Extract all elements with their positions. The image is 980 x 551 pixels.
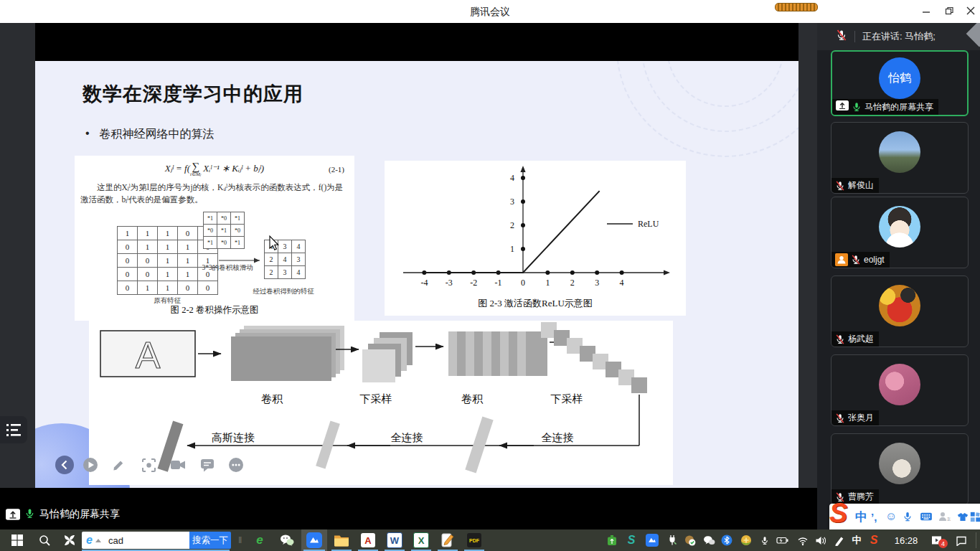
- participant-tile[interactable]: 杨武超: [831, 276, 969, 347]
- relu-chart: -4-3-2-1012341234 ReLU: [385, 161, 686, 294]
- tray-wifi[interactable]: [795, 529, 811, 551]
- figure-2-3-caption: 图 2-3 激活函数ReLU示意图: [385, 297, 686, 310]
- chat-button[interactable]: [199, 457, 215, 473]
- matrix-cell: 1: [178, 268, 198, 281]
- fc-label-2: 全连接: [391, 432, 423, 443]
- matrix-cell: 1: [138, 240, 158, 254]
- annotate-button[interactable]: [111, 457, 127, 473]
- punctuation-toggle[interactable]: ’,: [871, 509, 877, 524]
- matrix-cell: 1: [158, 227, 178, 240]
- taskbar-search-button[interactable]: [32, 529, 57, 551]
- teal-s-icon: S: [628, 534, 636, 547]
- participant-tile[interactable]: eoljgt: [831, 197, 969, 268]
- participant-tile[interactable]: 张奥月: [831, 354, 969, 426]
- taskbar-search-input[interactable]: e cad: [82, 532, 189, 549]
- action-center-button[interactable]: [951, 529, 971, 551]
- green-e-icon: e: [256, 533, 263, 547]
- word-button[interactable]: W: [382, 529, 407, 551]
- tray-meeting[interactable]: [643, 529, 661, 551]
- matrix-cell: 4: [278, 253, 292, 266]
- tray-power[interactable]: [773, 529, 792, 551]
- document-pencil-icon: [440, 533, 455, 547]
- minimize-button[interactable]: [915, 0, 937, 22]
- tray-usb-eject[interactable]: [664, 529, 680, 551]
- tencent-meeting-icon: [306, 532, 322, 548]
- start-button[interactable]: [4, 529, 30, 551]
- stage-label-conv1: 卷积: [261, 393, 283, 405]
- matrix-cell: 0: [118, 281, 138, 295]
- skin-button[interactable]: [957, 509, 969, 524]
- participant-tile[interactable]: 解俊山: [831, 122, 969, 194]
- collapse-toolbar-button[interactable]: [55, 456, 74, 474]
- excel-button[interactable]: X: [408, 529, 434, 551]
- pdf-icon: PDF: [467, 533, 481, 547]
- green-browser-button[interactable]: e: [247, 529, 273, 551]
- language-indicator[interactable]: 中: [848, 529, 865, 551]
- tray-s-app[interactable]: S: [623, 529, 640, 551]
- show-desktop-divider[interactable]: [976, 532, 976, 548]
- wechat-button[interactable]: [274, 529, 300, 551]
- participant-name: eoljgt: [864, 255, 885, 265]
- usb-plug-icon: [667, 534, 677, 546]
- tick-label: 4: [620, 278, 624, 288]
- mic-muted-icon: [836, 29, 847, 44]
- camera-button[interactable]: [170, 457, 186, 473]
- tray-volume[interactable]: [812, 529, 829, 551]
- input-mode-toggle[interactable]: 中: [855, 509, 867, 524]
- more-button[interactable]: [228, 457, 244, 473]
- pdf-reader-button[interactable]: PDF: [461, 529, 487, 551]
- search-icon: [39, 534, 51, 547]
- tray-usb-app[interactable]: [604, 529, 620, 551]
- pinwheel-app-button[interactable]: [57, 529, 82, 551]
- member-list-tab[interactable]: [0, 416, 27, 443]
- participant-tile[interactable]: 曹腾芳: [831, 433, 969, 505]
- share-banner: 马怡鹤的屏幕共享: [6, 508, 120, 521]
- acrobat-button[interactable]: A: [355, 529, 381, 551]
- capture-button[interactable]: [141, 457, 156, 473]
- grid-icon: [970, 512, 980, 522]
- tick-label: 2: [570, 278, 575, 288]
- toolbox-button[interactable]: [970, 509, 980, 524]
- titlebar: 腾讯会议: [0, 0, 980, 23]
- slide-title: 数学在深度学习中的应用: [83, 81, 303, 107]
- minimize-icon: [922, 6, 930, 15]
- sogou-s-icon: S: [870, 534, 878, 547]
- login-status-button[interactable]: 32: [938, 509, 951, 524]
- close-button[interactable]: [960, 0, 980, 22]
- chevron-left-icon: [55, 456, 74, 474]
- soft-keyboard-button[interactable]: [920, 509, 933, 524]
- web-search-button[interactable]: 搜索一下: [189, 532, 231, 549]
- matrix-cell: 1: [178, 254, 198, 268]
- tray-security[interactable]: [738, 529, 755, 551]
- sogou-input-toolbar: S 中 ’, ☺ 32: [829, 504, 980, 529]
- figure-paragraph: 这里的Xⱼˡ为第l层的序号为j的核，Kᵢⱼˡ为核表示的函数表达式，f()为是激活…: [80, 182, 349, 207]
- emoji-button[interactable]: ☺: [885, 509, 897, 524]
- restore-button[interactable]: [938, 0, 960, 22]
- speaker-icon: [815, 535, 826, 546]
- matrix-cell: 1: [178, 240, 198, 254]
- wps-button[interactable]: [435, 529, 461, 551]
- tray-sogou[interactable]: S: [865, 529, 882, 551]
- file-explorer-button[interactable]: [329, 529, 354, 551]
- tray-bluetooth[interactable]: [719, 529, 735, 551]
- voice-input-button[interactable]: [903, 509, 913, 524]
- tray-update-ok[interactable]: [682, 529, 699, 551]
- tray-pen[interactable]: [831, 529, 847, 551]
- participant-label: 解俊山: [831, 178, 879, 193]
- sogou-logo[interactable]: S: [829, 499, 847, 527]
- play-button[interactable]: [83, 457, 98, 473]
- matrix-cell: 4: [292, 240, 306, 253]
- participant-tile[interactable]: 怡鹤马怡鹤的屏幕共享: [831, 50, 969, 116]
- close-icon: [966, 6, 975, 15]
- clock[interactable]: 16:28: [888, 529, 924, 551]
- matrix-cell: 0: [118, 254, 138, 268]
- tray-wechat[interactable]: [700, 529, 717, 551]
- media-notification[interactable]: 4: [927, 529, 947, 551]
- shield-plus-icon: [740, 534, 752, 546]
- tencent-meeting-button[interactable]: [301, 529, 327, 551]
- tray-microphone[interactable]: [758, 529, 772, 551]
- sum-operator: ∑i∈Mⱼ: [190, 161, 201, 177]
- matrix-cell: *1: [231, 237, 245, 249]
- matrix-cell: *0: [204, 225, 217, 237]
- notification-badge: 4: [938, 539, 948, 548]
